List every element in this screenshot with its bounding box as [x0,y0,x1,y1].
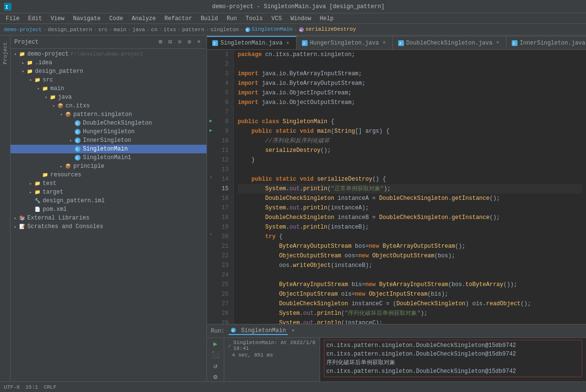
menu-item-run[interactable]: Run [223,14,241,23]
sidebar-expand-btn[interactable]: ⊞ [157,38,164,46]
tree-item-idea[interactable]: ▸ 📁 .idea [11,58,207,67]
menu-item-help[interactable]: Help [316,14,337,23]
tab-close-singletonmain[interactable]: × [285,40,291,46]
tree-item-innersingleton[interactable]: ▸ C InnerSingleton [11,136,207,145]
run-play-btn[interactable]: ▶ [210,340,221,348]
tree-item-main[interactable]: ▾ 📁 main [11,84,207,93]
run-tab-label: SingletonMain [241,327,286,334]
gutter-run-9[interactable]: ▶ [207,126,215,135]
tree-item-design-pattern[interactable]: ▾ 📁 design_pattern [11,67,207,76]
tab-innersingleton[interactable]: J InnerSingleton.java × [506,36,586,49]
breadcrumb-part[interactable]: design_pattern [48,27,92,33]
tree-item-java[interactable]: ▾ 📁 java [11,93,207,102]
tree-arrow[interactable]: ▸ [58,164,64,169]
tree-label: SingletonMain [83,146,128,152]
tree-arrow[interactable]: ▸ [12,216,18,221]
code-editor: ▶ ▶ ▾ ▾ [207,50,586,324]
tree-item-hungersingleton[interactable]: C HungerSingleton [11,127,207,136]
tree-item-pom[interactable]: 📄 pom.xml [11,205,207,214]
tree-item-test[interactable]: ▸ 📁 test [11,179,207,188]
tab-singletonmain[interactable]: J SingletonMain.java × [207,36,297,49]
sidebar-settings-btn[interactable]: ⚙ [185,38,193,46]
menu-item-file[interactable]: File [2,14,23,23]
gutter-5 [207,88,215,97]
tab-hungersingleton[interactable]: J HungerSingleton.java × [297,36,393,49]
breadcrumb-part[interactable]: main [114,27,126,33]
run-label: Run: [211,328,225,334]
menu-item-view[interactable]: View [47,14,69,23]
tree-item-singletonmain[interactable]: C SingletonMain [11,145,207,153]
tree-arrow[interactable]: ▸ [68,138,74,143]
tree-label: pattern.singleton [73,111,132,118]
menu-item-build[interactable]: Build [197,14,222,23]
tree-item-target[interactable]: ▸ 📁 target [11,188,207,196]
menu-item-code[interactable]: Code [105,14,127,23]
menu-item-navigate[interactable]: Navigate [69,14,104,23]
gutter-28 [207,305,215,314]
breadcrumb-part[interactable]: singleton [210,27,239,33]
breadcrumb-part[interactable]: java [132,27,145,33]
tree-item-iml[interactable]: 🔧 design_pattern.iml [11,196,207,205]
gutter-26 [207,286,215,296]
tree-arrow[interactable]: ▾ [43,95,49,100]
tree-item-resources[interactable]: 📁 resources [11,171,207,179]
breadcrumb-part[interactable]: cn [151,27,157,33]
run-settings-btn[interactable]: ⚙ [210,373,221,381]
tree-item-singletonmain1[interactable]: C SingletonMain1 [11,153,207,162]
tab-close-doublechecksingleton[interactable]: × [494,40,501,46]
run-tab-close[interactable]: × [292,328,295,334]
menu-item-window[interactable]: Window [287,14,315,23]
code-line-10: //序列化和反序列化破坏 [238,136,582,146]
tree-arrow[interactable]: ▾ [51,104,57,109]
menu-item-refactor[interactable]: Refactor [161,14,196,23]
svg-text:J: J [399,42,401,46]
tree-item-pattern-singleton[interactable]: ▾ 📦 pattern.singleton [11,110,207,119]
tree-arrow[interactable]: ▾ [28,78,34,83]
tree-arrow[interactable]: ▸ [28,190,34,195]
tree-item-principle[interactable]: ▸ 📦 principle [11,162,207,171]
tab-close-hungersingleton[interactable]: × [381,40,388,46]
breadcrumb-part[interactable]: CSingletonMain [245,26,293,32]
breadcrumb-part[interactable]: demo-project [4,27,42,33]
folder-icon: 📁 [41,171,49,179]
breadcrumb-part[interactable]: src [98,27,108,33]
tree-item-demo-project[interactable]: ▾ 📁 demo-project F:\develop\demo-project [11,50,207,58]
code-content[interactable]: package cn.itxs.pattern.singleton; impor… [234,50,586,324]
menu-item-edit[interactable]: Edit [24,14,46,23]
project-strip-tab[interactable]: Project [1,39,9,67]
gutter-fold-20[interactable]: ▾ [207,230,215,239]
menu-item-vcs[interactable]: VCS [268,14,286,23]
tree-arrow[interactable]: ▾ [35,86,41,92]
timing-info: 4 sec, 851 ms [232,352,316,358]
iml-icon: 🔧 [34,197,41,205]
tree-label: design_pattern.iml [43,197,105,204]
breadcrumb-part[interactable]: pattern [182,27,204,33]
tree-item-external-libraries[interactable]: ▸ 📚 External Libraries [11,214,207,222]
tree-item-cn-itxs[interactable]: ▾ 📦 cn.itxs [11,102,207,110]
sidebar-close-btn[interactable]: × [195,38,203,46]
tree-arrow[interactable]: ▸ [12,224,18,230]
tree-arrow[interactable]: ▸ [28,181,34,186]
menu-item-analyze[interactable]: Analyze [128,14,160,23]
code-line-28: System.out.println("序列化破坏后单例获取对象"); [238,309,582,318]
tree-item-doublechecksingleton[interactable]: C DoubleCheckSingleton [11,119,207,127]
tree-arrow[interactable]: ▾ [58,112,64,117]
sidebar-collapse-btn[interactable]: ⊟ [166,38,174,46]
sidebar-sync-btn[interactable]: ⊙ [176,38,184,46]
tree-arrow[interactable]: ▾ [20,69,26,74]
gutter-run-8[interactable]: ▶ [207,116,215,126]
code-line-12: } [238,155,582,165]
run-rerun-btn[interactable]: ↺ [210,362,221,370]
gutter-fold-14[interactable]: ▾ [207,173,215,182]
menu-item-tools[interactable]: Tools [242,14,267,23]
breadcrumb-part[interactable]: itxs [163,27,176,33]
tree-arrow[interactable]: ▸ [20,60,26,66]
run-tab-singletonmain[interactable]: C SingletonMain [229,327,288,335]
tree-item-scratches[interactable]: ▸ 📝 Scratches and Consoles [11,222,207,231]
breadcrumb-part[interactable]: mserializeDestroy [299,26,356,32]
tree-item-src[interactable]: ▾ 📁 src [11,76,207,84]
tab-doublechecksingleton[interactable]: J DoubleCheckSingleton.java × [393,36,506,49]
tree-arrow[interactable]: ▾ [12,52,18,57]
run-stop-btn[interactable]: ⬛ [210,351,221,359]
tree-label: Scratches and Consoles [27,223,103,230]
